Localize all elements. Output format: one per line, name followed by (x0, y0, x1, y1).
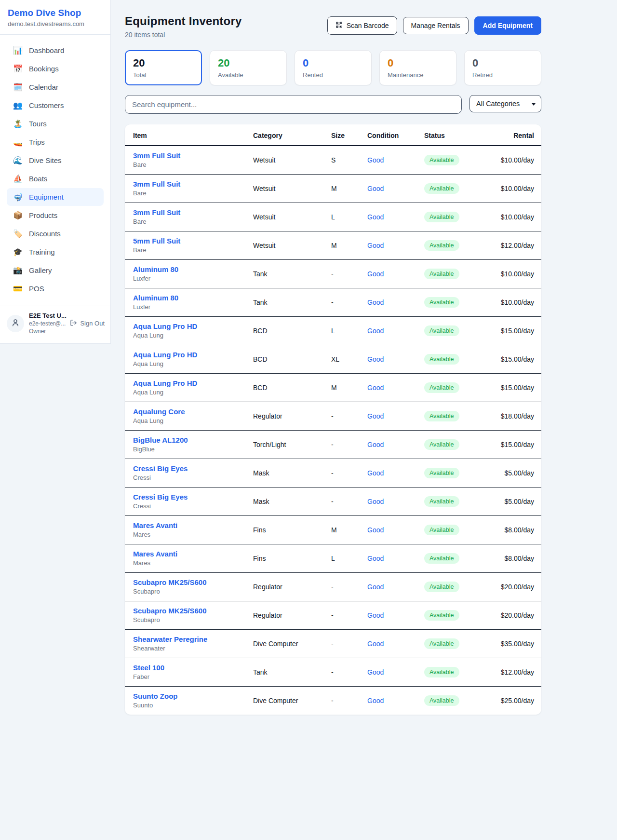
item-condition-link[interactable]: Good (367, 498, 384, 505)
brand-link[interactable]: Demo Dive Shop (8, 8, 103, 18)
status-badge: Available (424, 155, 459, 165)
status-badge: Available (424, 610, 459, 621)
sidebar-item-customers[interactable]: 👥 Customers (7, 96, 104, 114)
sidebar-item-pos[interactable]: 💳 POS (7, 280, 104, 298)
nav-item-label: Trips (29, 138, 45, 146)
nav-item-label: Calendar (29, 83, 58, 91)
status-badge: Available (424, 354, 459, 365)
sidebar-item-boats[interactable]: ⛵ Boats (7, 170, 104, 188)
stats-row: 20 Total 20 Available 0 Rented 0 Mainten… (125, 50, 541, 85)
sidebar-item-calendar[interactable]: 🗓️ Calendar (7, 78, 104, 96)
item-name-link[interactable]: Suunto Zoop (133, 692, 238, 700)
sign-out-button[interactable]: Sign Out (70, 319, 105, 328)
item-name-link[interactable]: Aluminum 80 (133, 265, 238, 273)
item-condition-link[interactable]: Good (367, 441, 384, 448)
item-condition-link[interactable]: Good (367, 583, 384, 591)
item-condition-link[interactable]: Good (367, 469, 384, 477)
item-name-link[interactable]: 5mm Full Suit (133, 237, 238, 245)
item-condition-link[interactable]: Good (367, 611, 384, 619)
nav-item-icon: 🏷️ (13, 229, 23, 238)
sidebar-item-tours[interactable]: 🏝️ Tours (7, 115, 104, 133)
item-condition-link[interactable]: Good (367, 270, 384, 278)
table-row: Aqua Lung Pro HD Aqua Lung BCD M Good Av… (125, 374, 541, 402)
add-equipment-button[interactable]: Add Equipment (474, 16, 541, 35)
item-name-link[interactable]: Aqua Lung Pro HD (133, 351, 238, 359)
item-condition-link[interactable]: Good (367, 412, 384, 420)
item-name-link[interactable]: Aqua Lung Pro HD (133, 379, 238, 387)
stat-card-available[interactable]: 20 Available (210, 50, 287, 85)
sidebar-item-dashboard[interactable]: 📊 Dashboard (7, 41, 104, 59)
item-condition-link[interactable]: Good (367, 242, 384, 249)
column-header-item: Item (125, 124, 245, 146)
item-name-link[interactable]: Mares Avanti (133, 521, 238, 529)
item-condition-link[interactable]: Good (367, 697, 384, 705)
item-size: L (331, 213, 335, 221)
item-brand: Aqua Lung (133, 389, 238, 396)
stat-card-retired[interactable]: 0 Retired (464, 50, 541, 85)
item-condition-link[interactable]: Good (367, 327, 384, 335)
item-size: - (331, 583, 334, 591)
item-condition-link[interactable]: Good (367, 298, 384, 306)
item-condition-link[interactable]: Good (367, 526, 384, 534)
item-condition-link[interactable]: Good (367, 355, 384, 363)
shop-domain: demo.test.divestreams.com (8, 20, 103, 27)
status-badge: Available (424, 183, 459, 194)
item-name-link[interactable]: 3mm Full Suit (133, 180, 238, 188)
item-name-link[interactable]: 3mm Full Suit (133, 208, 238, 217)
category-select[interactable]: All Categories (469, 95, 541, 112)
sidebar-item-trips[interactable]: 🚤 Trips (7, 133, 104, 151)
table-row: Scubapro MK25/S600 Scubapro Regulator - … (125, 573, 541, 601)
sidebar-item-gallery[interactable]: 📸 Gallery (7, 261, 104, 279)
manage-rentals-button[interactable]: Manage Rentals (403, 17, 469, 34)
item-name-link[interactable]: Shearwater Peregrine (133, 635, 238, 643)
item-condition-link[interactable]: Good (367, 213, 384, 221)
sidebar-item-dive-sites[interactable]: 🌊 Dive Sites (7, 151, 104, 169)
item-name-link[interactable]: Scubapro MK25/S600 (133, 607, 238, 615)
item-size: - (331, 668, 334, 676)
item-name-link[interactable]: Cressi Big Eyes (133, 464, 238, 473)
item-category: Mask (253, 498, 269, 505)
item-name-link[interactable]: Cressi Big Eyes (133, 493, 238, 501)
category-select-wrap: All Categories (469, 95, 541, 114)
nav-item-label: Equipment (29, 193, 64, 201)
table-row: Suunto Zoop Suunto Dive Computer - Good … (125, 687, 541, 715)
item-name-link[interactable]: Aluminum 80 (133, 294, 238, 302)
item-name-link[interactable]: 3mm Full Suit (133, 151, 238, 160)
stat-card-maintenance[interactable]: 0 Maintenance (379, 50, 456, 85)
item-name-link[interactable]: Aqualung Core (133, 407, 238, 416)
table-row: Steel 100 Faber Tank - Good Available $1… (125, 658, 541, 687)
item-condition-link[interactable]: Good (367, 640, 384, 648)
table-row: Aluminum 80 Luxfer Tank - Good Available… (125, 288, 541, 317)
sidebar-item-products[interactable]: 📦 Products (7, 206, 104, 224)
item-name-link[interactable]: BigBlue AL1200 (133, 436, 238, 444)
item-name-link[interactable]: Aqua Lung Pro HD (133, 322, 238, 330)
item-name-link[interactable]: Mares Avanti (133, 550, 238, 558)
item-size: - (331, 469, 334, 477)
column-header-status: Status (416, 124, 486, 146)
stat-card-rented[interactable]: 0 Rented (295, 50, 372, 85)
status-badge: Available (424, 411, 459, 421)
item-category: Fins (253, 555, 266, 562)
sidebar-item-training[interactable]: 🎓 Training (7, 243, 104, 261)
sidebar-item-equipment[interactable]: 🤿 Equipment (7, 188, 104, 206)
item-name-link[interactable]: Steel 100 (133, 664, 238, 672)
search-input[interactable] (125, 95, 462, 114)
item-category: Torch/Light (253, 441, 286, 448)
scan-barcode-button[interactable]: Scan Barcode (327, 16, 397, 35)
status-badge: Available (424, 695, 459, 706)
table-row: 5mm Full Suit Bare Wetsuit M Good Availa… (125, 231, 541, 260)
sidebar-item-discounts[interactable]: 🏷️ Discounts (7, 225, 104, 243)
item-condition-link[interactable]: Good (367, 668, 384, 676)
item-rental-rate: $10.00/day (501, 298, 534, 306)
item-rental-rate: $5.00/day (505, 469, 535, 477)
nav-item-icon: 🏝️ (13, 119, 23, 128)
item-name-link[interactable]: Scubapro MK25/S600 (133, 578, 238, 586)
item-condition-link[interactable]: Good (367, 185, 384, 192)
item-condition-link[interactable]: Good (367, 555, 384, 562)
sidebar-item-bookings[interactable]: 📅 Bookings (7, 60, 104, 78)
item-condition-link[interactable]: Good (367, 156, 384, 164)
stat-card-total[interactable]: 20 Total (125, 50, 202, 85)
status-badge: Available (424, 638, 459, 649)
item-condition-link[interactable]: Good (367, 384, 384, 392)
item-rental-rate: $8.00/day (505, 526, 535, 534)
